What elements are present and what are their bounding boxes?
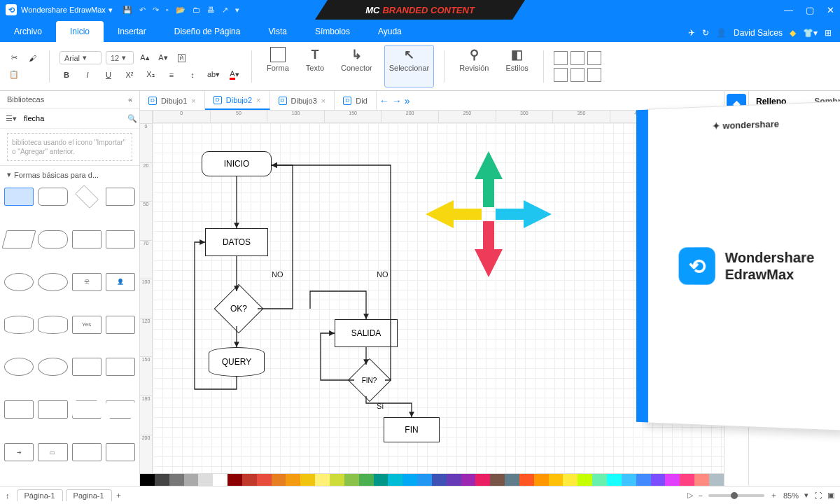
node-inicio[interactable]: INICIO [202, 151, 272, 176]
swatch[interactable] [709, 474, 724, 486]
shape-user[interactable]: 👤 [106, 273, 135, 291]
tool-forma[interactable]: Forma [262, 45, 294, 88]
cut-icon[interactable]: ✂ [7, 51, 21, 65]
shape-trap1[interactable] [72, 400, 102, 419]
swatch[interactable] [184, 474, 199, 486]
premium-icon[interactable]: ◆ [790, 28, 796, 38]
swatch[interactable] [272, 474, 286, 486]
tab-more-icon[interactable]: » [405, 95, 410, 106]
underline-icon[interactable]: U [102, 68, 115, 82]
search-icon[interactable]: 🔍 [127, 114, 137, 123]
menu-simbolos[interactable]: Símbolos [301, 21, 364, 42]
tool-conector[interactable]: ↳Conector [336, 45, 377, 88]
align-2[interactable] [570, 51, 584, 65]
shape-yes[interactable]: Yes [72, 316, 102, 334]
swatch[interactable] [227, 474, 242, 486]
status-menu-icon[interactable]: ↕ [6, 491, 10, 500]
swatch[interactable] [475, 474, 490, 486]
title-dropdown-icon[interactable]: ▾ [108, 6, 113, 15]
zoom-out-icon[interactable]: − [699, 491, 703, 500]
collapse-left-icon[interactable]: « [128, 95, 132, 104]
minimize-icon[interactable]: — [784, 5, 793, 15]
swatch[interactable] [519, 474, 534, 486]
swatch[interactable] [198, 474, 213, 486]
swatch[interactable] [607, 474, 622, 486]
menu-inicio[interactable]: Inicio [56, 21, 104, 42]
shape-arrow2[interactable]: ▭ [38, 443, 67, 461]
shape-cyl[interactable] [4, 316, 34, 334]
node-fin[interactable]: FIN [384, 417, 440, 442]
zoom-slider[interactable] [708, 494, 764, 497]
swatch[interactable] [578, 474, 592, 486]
doc-tab-2[interactable]: DDibujo2× [205, 91, 270, 110]
swatch[interactable] [461, 474, 476, 486]
tool-estilos[interactable]: ◧Estilos [500, 45, 533, 88]
qat-undo-icon[interactable]: ↶ [139, 6, 146, 15]
shape-rect[interactable] [4, 188, 34, 206]
tool-revision[interactable]: ⚲Revisión [454, 45, 493, 88]
node-query[interactable]: QUERY [209, 347, 265, 377]
swatch[interactable] [534, 474, 549, 486]
swatch[interactable] [388, 474, 402, 486]
swatch[interactable] [490, 474, 505, 486]
menu-insertar[interactable]: Insertar [104, 21, 160, 42]
qat-print-icon[interactable]: 🖶 [207, 6, 215, 15]
swatch[interactable] [636, 474, 651, 486]
qat-folder-icon[interactable]: 🗀 [192, 6, 200, 15]
swatch[interactable] [592, 474, 607, 486]
font-select[interactable]: Arial ▾ [59, 51, 102, 64]
swatch[interactable] [563, 474, 578, 486]
tshirt-icon[interactable]: 👕▾ [803, 28, 818, 38]
shape-para[interactable] [2, 230, 36, 248]
swatch[interactable] [257, 474, 272, 486]
shape-arrow1[interactable]: ➔ [4, 443, 34, 461]
shape-note[interactable] [106, 188, 135, 206]
swatch[interactable] [169, 474, 184, 486]
share-icon[interactable]: ✈ [688, 28, 695, 38]
bullets-icon[interactable]: ≡ [164, 68, 178, 82]
close-tab-1[interactable]: × [191, 97, 195, 105]
menu-archivo[interactable]: Archivo [0, 21, 56, 42]
shape-circle[interactable] [38, 273, 67, 291]
swatch[interactable] [286, 474, 300, 486]
swatch[interactable] [447, 474, 461, 486]
swatch[interactable] [694, 474, 709, 486]
shape-misc1[interactable] [72, 443, 102, 461]
qat-more-icon[interactable]: ▾ [235, 6, 239, 15]
swatch[interactable] [300, 474, 315, 486]
font-size-select[interactable]: 12 ▾ [106, 51, 134, 64]
tool-seleccionar[interactable]: ↖Seleccionar [384, 45, 434, 88]
tool-texto[interactable]: TTexto [301, 45, 329, 88]
cloud-icon[interactable]: ↻ [702, 28, 709, 38]
swatch[interactable] [680, 474, 694, 486]
swatch[interactable] [665, 474, 680, 486]
present-icon[interactable]: ▷ [687, 491, 693, 500]
swatch[interactable] [359, 474, 374, 486]
library-search-input[interactable] [21, 111, 123, 125]
close-tab-3[interactable]: × [321, 97, 326, 105]
spacing-icon[interactable]: ↕ [186, 68, 200, 82]
superscript-icon[interactable]: X² [122, 68, 136, 82]
node-finq[interactable]: FIN? [348, 358, 391, 402]
menu-ayuda[interactable]: Ayuda [364, 21, 416, 42]
swatch[interactable] [213, 474, 227, 486]
shape-roundrect[interactable] [38, 188, 67, 206]
arrows-demo[interactable] [419, 144, 559, 284]
align-3[interactable] [587, 51, 601, 65]
font-grow-icon[interactable]: A▴ [138, 51, 152, 65]
font-shrink-icon[interactable]: A▾ [156, 51, 170, 65]
shape-o1[interactable] [4, 358, 34, 376]
bold-icon[interactable]: B [59, 68, 74, 82]
qat-save-icon[interactable]: 💾 [122, 6, 132, 15]
shape-wave2[interactable] [38, 400, 67, 419]
shape-card1[interactable] [72, 230, 102, 248]
shape-card2[interactable] [106, 230, 135, 248]
tab-next-icon[interactable]: → [392, 95, 402, 106]
swatch[interactable] [549, 474, 564, 486]
fullscreen-icon[interactable]: ▣ [827, 491, 834, 500]
align-1[interactable] [554, 51, 568, 65]
swatch[interactable] [622, 474, 636, 486]
align-5[interactable] [570, 68, 584, 82]
shape-diamond[interactable] [75, 185, 99, 209]
doc-tab-1[interactable]: DDibujo1× [140, 91, 205, 110]
